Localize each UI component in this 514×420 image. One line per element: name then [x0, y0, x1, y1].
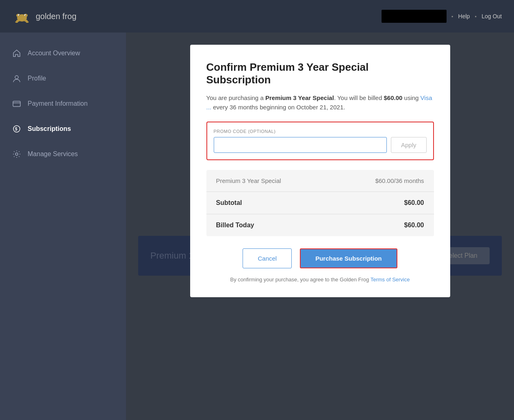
- purchase-subscription-button[interactable]: Purchase Subscription: [300, 248, 397, 268]
- subtotal-value: $60.00: [404, 199, 424, 207]
- modal-actions: Cancel Purchase Subscription: [206, 248, 434, 268]
- dot-2: ●: [475, 15, 477, 18]
- modal-terms: By confirming your purchase, you agree t…: [206, 276, 434, 283]
- promo-label: PROMO CODE (OPTIONAL): [214, 129, 427, 134]
- sidebar-item-manage-services[interactable]: Manage Services: [0, 141, 126, 167]
- dot-1: ●: [451, 15, 453, 18]
- summary-plan-value: $60.00/36 months: [375, 177, 424, 184]
- user-icon: [12, 74, 21, 83]
- svg-point-11: [15, 76, 18, 79]
- summary-row-subtotal: Subtotal $60.00: [206, 192, 434, 214]
- terms-prefix: By confirming your purchase, you agree t…: [230, 276, 371, 283]
- modal-title: Confirm Premium 3 Year Special Subscript…: [206, 61, 434, 86]
- summary-row-plan: Premium 3 Year Special $60.00/36 months: [206, 170, 434, 192]
- sidebar-label-subscriptions: Subscriptions: [28, 125, 71, 133]
- promo-input-row: Apply: [214, 137, 427, 153]
- svg-point-5: [15, 21, 18, 23]
- terms-of-service-link[interactable]: Terms of Service: [371, 276, 410, 283]
- price-bold: $60.00: [384, 94, 402, 101]
- plan-name-bold: Premium 3 Year Special: [265, 94, 334, 101]
- billed-today-value: $60.00: [404, 222, 424, 229]
- sidebar-item-subscriptions[interactable]: $ Subscriptions: [0, 116, 126, 141]
- logo: golden frog: [12, 7, 76, 26]
- logo-text: golden frog: [36, 12, 76, 21]
- summary-plan-label: Premium 3 Year Special: [216, 177, 281, 184]
- sidebar-label-manage-services: Manage Services: [28, 150, 78, 158]
- sidebar-label-payment: Payment Information: [28, 100, 88, 107]
- sidebar-label-account-overview: Account Overview: [28, 50, 80, 57]
- svg-point-16: [15, 153, 18, 155]
- user-block: [382, 10, 447, 23]
- home-icon: [12, 49, 21, 58]
- layout: Account Overview Profile Payment Informa…: [0, 33, 514, 420]
- svg-rect-12: [13, 101, 20, 107]
- sidebar: Account Overview Profile Payment Informa…: [0, 33, 126, 420]
- billed-today-label: Billed Today: [216, 222, 254, 229]
- sidebar-item-payment[interactable]: Payment Information: [0, 91, 126, 116]
- sidebar-item-profile[interactable]: Profile: [0, 66, 126, 91]
- promo-code-input[interactable]: [214, 137, 387, 153]
- subtotal-label: Subtotal: [216, 199, 242, 207]
- modal-description: You are purchasing a Premium 3 Year Spec…: [206, 94, 434, 112]
- cancel-button[interactable]: Cancel: [243, 248, 292, 268]
- svg-point-10: [25, 15, 26, 16]
- golden-frog-logo-icon: [12, 7, 32, 26]
- main-content: Premium 18 Month Special Select Plan Con…: [126, 33, 514, 420]
- header-right: ● Help ● Log Out: [382, 10, 502, 23]
- confirm-subscription-modal: Confirm Premium 3 Year Special Subscript…: [190, 45, 450, 297]
- header: golden frog ● Help ● Log Out: [0, 0, 514, 33]
- gear-icon: [12, 150, 21, 159]
- subscriptions-icon: $: [12, 124, 21, 133]
- svg-point-6: [26, 21, 29, 23]
- sidebar-label-profile: Profile: [28, 75, 46, 82]
- svg-point-9: [19, 15, 20, 16]
- sidebar-item-account-overview[interactable]: Account Overview: [0, 41, 126, 66]
- summary-table: Premium 3 Year Special $60.00/36 months …: [206, 170, 434, 236]
- help-link[interactable]: Help: [458, 13, 470, 20]
- apply-promo-button[interactable]: Apply: [391, 137, 427, 153]
- card-icon: [12, 99, 21, 108]
- svg-text:$: $: [15, 127, 17, 131]
- modal-overlay: Confirm Premium 3 Year Special Subscript…: [126, 33, 514, 420]
- logout-link[interactable]: Log Out: [481, 13, 502, 20]
- promo-code-section: PROMO CODE (OPTIONAL) Apply: [206, 122, 434, 160]
- summary-row-billed-today: Billed Today $60.00: [206, 214, 434, 236]
